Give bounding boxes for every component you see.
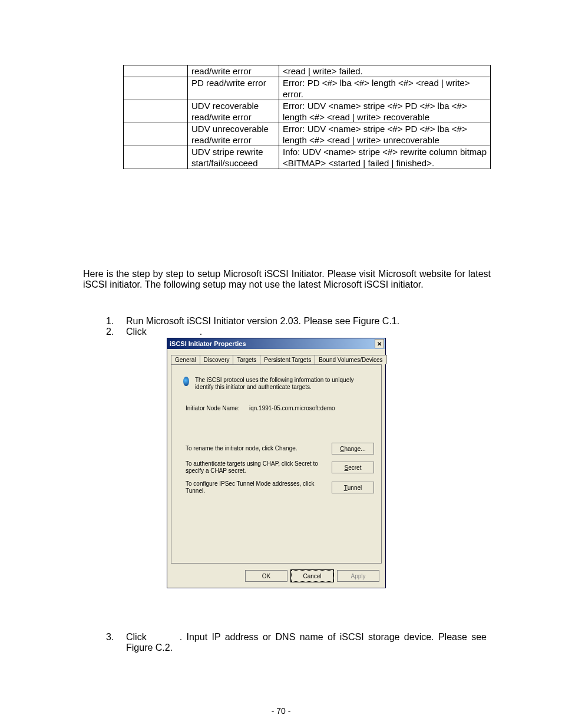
tab-general[interactable]: General [171,355,200,365]
intro-paragraph: Here is the step by step to setup Micros… [83,269,491,290]
table-row: UDV stripe rewrite start/fail/succeedInf… [124,146,491,169]
close-icon[interactable]: ✕ [375,339,384,348]
tunnel-label: To configure IPSec Tunnel Mode addresses… [186,480,320,495]
dialog-footer: OK Cancel Apply [167,570,385,583]
error-table: read/write error<read | write> failed. P… [123,65,491,169]
tunnel-button[interactable]: Tunnel [332,482,374,493]
dialog-blurb: The iSCSI protocol uses the following in… [195,377,366,391]
table-row: PD read/write errorError: PD <#> lba <#>… [124,77,491,100]
apply-button: Apply [337,570,379,582]
table-row: UDV recoverable read/write errorError: U… [124,100,491,123]
steps-list: 1.Run Microsoft iSCSI Initiator version … [106,316,491,337]
node-name-label: Initiator Node Name: [186,405,240,411]
change-label: To rename the initiator node, click Chan… [186,445,320,452]
info-icon [183,377,189,386]
table-row: read/write error<read | write> failed. [124,65,491,77]
tab-targets[interactable]: Targets [233,355,260,364]
ok-button[interactable]: OK [245,570,287,582]
tab-bound[interactable]: Bound Volumes/Devices [315,355,386,364]
change-button[interactable]: Change... [332,443,374,454]
iscsi-properties-dialog: iSCSI Initiator Properties ✕ General Dis… [167,338,386,588]
dialog-title: iSCSI Initiator Properties [170,340,246,347]
dialog-titlebar: iSCSI Initiator Properties ✕ [167,338,385,349]
table-row: UDV unrecoverable read/write errorError:… [124,123,491,146]
tab-body: The iSCSI protocol uses the following in… [171,364,382,564]
tab-discovery[interactable]: Discovery [200,355,234,364]
secret-label: To authenticate targets using CHAP, clic… [186,460,320,475]
page-number: - 70 - [0,706,562,716]
secret-button[interactable]: Secret [332,462,374,473]
tab-bar: General Discovery Targets Persistent Tar… [171,353,382,364]
step-3: 3.Click. Input IP address or DNS name of… [106,632,514,653]
tab-persistent[interactable]: Persistent Targets [260,355,315,364]
node-name-value: iqn.1991-05.com.microsoft:demo [249,405,335,411]
cancel-button[interactable]: Cancel [291,570,333,582]
